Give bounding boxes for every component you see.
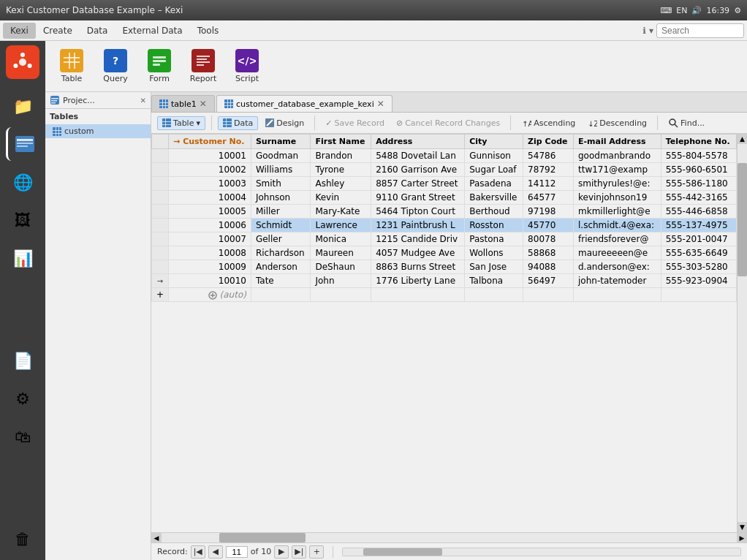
cell-email[interactable]: goodmanbrando xyxy=(574,149,661,163)
table-row[interactable]: 10009AndersonDeShaun8863 Burns StreetSan… xyxy=(152,260,737,274)
cell-city[interactable]: Sugar Loaf xyxy=(465,163,523,177)
cell-telephone[interactable]: 555-923-0904 xyxy=(661,274,736,288)
cell-customer_no[interactable]: 10006 xyxy=(169,219,251,232)
new-cell-empty[interactable] xyxy=(465,288,523,302)
cell-customer_no[interactable]: 10002 xyxy=(169,163,251,177)
cell-telephone[interactable]: 555-303-5280 xyxy=(661,260,736,274)
cell-zip_code[interactable]: 80078 xyxy=(523,232,574,246)
cell-first_name[interactable]: Ashley xyxy=(311,177,371,191)
table-row[interactable]: 10001GoodmanBrandon5488 Dovetail LanGunn… xyxy=(152,149,737,163)
cell-first_name[interactable]: Mary-Kate xyxy=(311,205,371,219)
save-record-button[interactable]: ✓ Save Record xyxy=(321,117,389,129)
cell-surname[interactable]: Schmidt xyxy=(251,219,311,232)
col-email[interactable]: E-mail Address xyxy=(574,135,661,149)
cell-first_name[interactable]: Lawrence xyxy=(311,219,371,232)
scroll-track[interactable] xyxy=(737,144,747,522)
new-cell-empty[interactable] xyxy=(574,288,661,302)
table-mode-dropdown[interactable]: Table ▾ xyxy=(157,116,205,130)
col-telephone[interactable]: Telephone No. xyxy=(661,135,736,149)
cell-city[interactable]: Pasadena xyxy=(465,177,523,191)
photos-icon[interactable]: 🖼 xyxy=(6,203,39,237)
new-cell-empty[interactable] xyxy=(371,288,465,302)
cell-address[interactable]: 8857 Carter Street xyxy=(371,177,465,191)
cell-telephone[interactable]: 555-960-6501 xyxy=(661,163,736,177)
search-input[interactable] xyxy=(656,23,744,38)
cell-zip_code[interactable]: 45770 xyxy=(523,219,574,232)
cell-first_name[interactable]: Tyrone xyxy=(311,163,371,177)
design-view-button[interactable]: Design xyxy=(261,117,308,129)
cell-telephone[interactable]: 555-137-4975 xyxy=(661,219,736,232)
cell-surname[interactable]: Smith xyxy=(251,177,311,191)
cell-city[interactable]: Bakersville xyxy=(465,191,523,205)
cell-surname[interactable]: Williams xyxy=(251,163,311,177)
col-city[interactable]: City xyxy=(465,135,523,149)
menu-create[interactable]: Create xyxy=(36,23,80,39)
cell-address[interactable]: 1231 Paintbrush L xyxy=(371,219,465,232)
cell-city[interactable]: Wollons xyxy=(465,246,523,260)
new-cell-empty[interactable] xyxy=(311,288,371,302)
cell-zip_code[interactable]: 14112 xyxy=(523,177,574,191)
cell-zip_code[interactable]: 97198 xyxy=(523,205,574,219)
cell-email[interactable]: ttw171@examp xyxy=(574,163,661,177)
cell-zip_code[interactable]: 78792 xyxy=(523,163,574,177)
new-cell-empty[interactable] xyxy=(661,288,736,302)
scroll-down-button[interactable]: ▼ xyxy=(737,522,747,532)
cell-address[interactable]: 1215 Candide Driv xyxy=(371,232,465,246)
cell-city[interactable]: San Jose xyxy=(465,260,523,274)
scroll-right-button[interactable]: ▶ xyxy=(737,533,747,543)
kexi-db-icon[interactable] xyxy=(6,127,39,161)
cell-first_name[interactable]: DeShaun xyxy=(311,260,371,274)
menu-external-data[interactable]: External Data xyxy=(115,23,189,39)
cell-email[interactable]: mkmillerlight@e xyxy=(574,205,661,219)
h-scroll-thumb[interactable] xyxy=(219,533,306,542)
auto-cell[interactable]: (auto) xyxy=(169,288,251,302)
browser-icon[interactable]: 🌐 xyxy=(6,165,39,199)
col-surname[interactable]: Surname xyxy=(251,135,311,149)
cell-city[interactable]: Pastona xyxy=(465,232,523,246)
cell-city[interactable]: Berthoud xyxy=(465,205,523,219)
cell-customer_no[interactable]: 10004 xyxy=(169,191,251,205)
cell-surname[interactable]: Tate xyxy=(251,274,311,288)
scroll-thumb[interactable] xyxy=(737,163,747,276)
cell-first_name[interactable]: John xyxy=(311,274,371,288)
cell-zip_code[interactable]: 58868 xyxy=(523,246,574,260)
last-record-button[interactable]: ▶| xyxy=(292,545,306,559)
cell-zip_code[interactable]: 94088 xyxy=(523,260,574,274)
prev-record-button[interactable]: ◀ xyxy=(208,545,223,559)
cell-customer_no[interactable]: 10005 xyxy=(169,205,251,219)
add-record-button[interactable]: + xyxy=(309,545,324,559)
cancel-record-button[interactable]: ⊘ Cancel Record Changes xyxy=(392,117,504,129)
cell-surname[interactable]: Johnson xyxy=(251,191,311,205)
cell-telephone[interactable]: 555-586-1180 xyxy=(661,177,736,191)
table-row[interactable]: 10006SchmidtLawrence1231 Paintbrush LRos… xyxy=(152,219,737,232)
cell-zip_code[interactable]: 56497 xyxy=(523,274,574,288)
cell-address[interactable]: 2160 Garrison Ave xyxy=(371,163,465,177)
cell-zip_code[interactable]: 64577 xyxy=(523,191,574,205)
cell-telephone[interactable]: 555-635-6649 xyxy=(661,246,736,260)
cell-surname[interactable]: Geller xyxy=(251,232,311,246)
table-scroll[interactable]: → Customer No. Surname First Name Addres… xyxy=(151,134,737,532)
new-record-row[interactable]: + (auto) xyxy=(152,288,737,302)
col-customer-no[interactable]: → Customer No. xyxy=(169,135,251,149)
table-button[interactable]: Table xyxy=(51,46,92,86)
cell-address[interactable]: 9110 Grant Street xyxy=(371,191,465,205)
col-address[interactable]: Address xyxy=(371,135,465,149)
scroll-left-button[interactable]: ◀ xyxy=(151,533,162,543)
cell-customer_no[interactable]: 10010 xyxy=(169,274,251,288)
trash-icon[interactable]: 🗑 xyxy=(6,522,39,556)
find-button[interactable]: Find... xyxy=(664,116,709,129)
cell-customer_no[interactable]: 10003 xyxy=(169,177,251,191)
table-row[interactable]: 10004JohnsonKevin9110 Grant StreetBakers… xyxy=(152,191,737,205)
files-icon[interactable]: 📁 xyxy=(6,89,39,123)
scroll-up-button[interactable]: ▲ xyxy=(737,134,747,144)
script-button[interactable]: </> Script xyxy=(227,46,268,86)
cell-customer_no[interactable]: 10009 xyxy=(169,260,251,274)
cell-email[interactable]: kevinjohnson19 xyxy=(574,191,661,205)
cell-first_name[interactable]: Monica xyxy=(311,232,371,246)
form-button[interactable]: Form xyxy=(139,46,180,86)
text-editor-icon[interactable]: 📄 xyxy=(6,344,39,377)
menu-data[interactable]: Data xyxy=(80,23,115,39)
cell-customer_no[interactable]: 10007 xyxy=(169,232,251,246)
cell-email[interactable]: smithyrules!@e: xyxy=(574,177,661,191)
ascending-sort-button[interactable]: ↑A Ascending xyxy=(517,116,580,129)
